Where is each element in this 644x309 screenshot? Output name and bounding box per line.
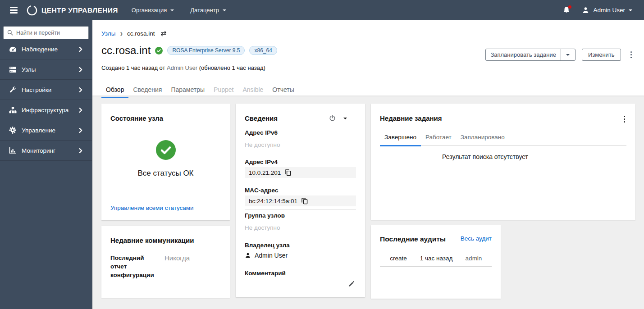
- user-icon: [582, 6, 589, 14]
- chart-icon: [9, 147, 17, 154]
- audit-user: admin: [456, 255, 492, 262]
- tab-ansible: Ansible: [238, 86, 268, 98]
- page-header: Узлы ❯ cc.rosa.int cc.rosa.int ROSA Ente…: [92, 20, 644, 95]
- chevron-right-icon: [79, 108, 83, 113]
- all-audits-link[interactable]: Весь аудит: [461, 235, 492, 242]
- breadcrumb-current: cc.rosa.int: [127, 30, 155, 37]
- tachometer-icon: [9, 46, 17, 53]
- os-badge: ROSA Enterprise Server 9.5: [167, 46, 245, 55]
- recent-audits-card: Последние аудиты Весь аудит create 1 час…: [371, 225, 501, 299]
- jobs-empty-message: Результат поиска отсутствует: [380, 153, 590, 160]
- hamburger-menu-icon[interactable]: [5, 7, 23, 13]
- content: Состояние узла Все статусы ОК Управление…: [92, 95, 644, 299]
- org-menu[interactable]: Организация: [132, 7, 174, 14]
- tab-overview[interactable]: Обзор: [101, 86, 128, 98]
- sidebar-item-monitor[interactable]: Наблюдение: [0, 39, 92, 59]
- sidebar-item-infrastructure[interactable]: Инфраструктура: [0, 100, 92, 120]
- status-message: Все статусы ОК: [110, 169, 221, 178]
- edit-comment-pencil-icon[interactable]: [348, 281, 355, 287]
- search-icon: [7, 30, 13, 36]
- main: Узлы ❯ cc.rosa.int cc.rosa.int ROSA Ente…: [92, 20, 644, 309]
- tab-details[interactable]: Сведения: [128, 86, 166, 98]
- sidebar-item-administer[interactable]: Управление: [0, 120, 92, 141]
- brand-logo-icon: [26, 5, 38, 16]
- host-status-card: Состояние узла Все статусы ОК Управление…: [101, 104, 230, 220]
- user-name: Admin User: [593, 7, 625, 14]
- created-info: Создано 1 час назад от Admin User (обнов…: [101, 64, 633, 71]
- tab-puppet: Puppet: [209, 86, 238, 98]
- recent-jobs-card: Недавние задания Завершено Работает Запл…: [371, 104, 635, 220]
- user-icon: [245, 252, 251, 259]
- chevron-right-icon: [79, 87, 83, 92]
- brand[interactable]: ЦЕНТР УПРАВЛЕНИЯ: [26, 5, 118, 16]
- owner-value: Admin User: [255, 252, 288, 259]
- sidebar-search[interactable]: [3, 26, 89, 39]
- ipv6-value: Не доступно: [245, 141, 356, 148]
- sidebar-item-hosts[interactable]: Узлы: [0, 59, 92, 80]
- last-report-value: Никогда: [164, 254, 190, 280]
- hostgroup-value: Не доступно: [245, 224, 356, 231]
- ipv4-value: 10.0.21.201: [245, 167, 356, 178]
- topbar: ЦЕНТР УПРАВЛЕНИЯ Организация Датацентр A…: [0, 0, 644, 20]
- copy-icon[interactable]: [301, 198, 308, 204]
- details-card: Сведения Адрес IPv6 Не доступно Адрес IP…: [236, 104, 365, 297]
- gear-icon: [9, 127, 17, 134]
- status-ok-icon: [156, 140, 176, 160]
- server-icon: [9, 66, 17, 73]
- user-menu[interactable]: Admin User: [582, 6, 632, 14]
- chevron-down-icon: [223, 9, 226, 11]
- schedule-job-caret[interactable]: [561, 49, 575, 60]
- jobs-kebab-menu[interactable]: [622, 114, 626, 124]
- jobs-tab-scheduled[interactable]: Запланировано: [456, 134, 509, 146]
- jobs-tab-finished[interactable]: Завершено: [380, 134, 421, 146]
- audit-time: 1 час назад: [417, 255, 456, 262]
- breadcrumb: Узлы ❯ cc.rosa.int: [101, 30, 633, 37]
- notifications-bell-icon[interactable]: [563, 6, 570, 14]
- details-caret[interactable]: [343, 118, 347, 119]
- sitemap-icon: [9, 107, 17, 114]
- sidebar: Наблюдение Узлы Настройки Инфраструктура: [0, 20, 92, 309]
- manage-statuses-link[interactable]: Управление всеми статусами: [110, 204, 221, 211]
- chevron-right-icon: [79, 67, 83, 72]
- schedule-job-button[interactable]: Запланировать задание: [485, 49, 575, 61]
- divider: [245, 209, 356, 209]
- chevron-down-icon: [629, 9, 632, 11]
- switch-host-icon[interactable]: [160, 31, 167, 36]
- jobs-tab-running[interactable]: Работает: [421, 134, 456, 146]
- brand-name: ЦЕНТР УПРАВЛЕНИЯ: [41, 6, 118, 14]
- host-status-ok-icon: [155, 47, 163, 55]
- wrench-icon: [9, 86, 17, 93]
- audit-row[interactable]: create 1 час назад admin: [380, 255, 492, 267]
- breadcrumb-separator: ❯: [119, 32, 123, 36]
- sidebar-item-settings[interactable]: Настройки: [0, 80, 92, 100]
- card-title: Состояние узла: [110, 114, 221, 122]
- header-kebab-menu[interactable]: [629, 50, 633, 59]
- breadcrumb-hosts-link[interactable]: Узлы: [101, 30, 115, 37]
- audit-action: create: [380, 255, 417, 262]
- arch-badge: x86_64: [249, 46, 277, 55]
- datacenter-menu[interactable]: Датацентр: [190, 7, 226, 14]
- mac-value: bc:24:12:14:5a:01: [245, 195, 356, 206]
- jobs-tabs: Завершено Работает Запланировано: [380, 134, 626, 146]
- sidebar-item-monitoring[interactable]: Мониторинг: [0, 141, 92, 161]
- page-title: cc.rosa.int: [101, 44, 151, 57]
- notification-dot: [568, 5, 571, 9]
- recent-communications-card: Недавние коммуникации Последний отчет ко…: [101, 226, 230, 298]
- chevron-right-icon: [79, 47, 83, 52]
- edit-button[interactable]: Изменить: [582, 49, 621, 61]
- copy-icon[interactable]: [285, 169, 291, 176]
- power-icon[interactable]: [329, 115, 336, 122]
- tab-parameters[interactable]: Параметры: [166, 86, 209, 98]
- last-report-label: Последний отчет конфигурации: [110, 254, 161, 280]
- chevron-right-icon: [79, 128, 83, 133]
- chevron-down-icon: [170, 9, 174, 11]
- search-input[interactable]: [16, 30, 85, 36]
- chevron-right-icon: [79, 148, 83, 153]
- topnav: Организация Датацентр: [132, 7, 226, 14]
- tab-reports[interactable]: Отчеты: [268, 86, 298, 98]
